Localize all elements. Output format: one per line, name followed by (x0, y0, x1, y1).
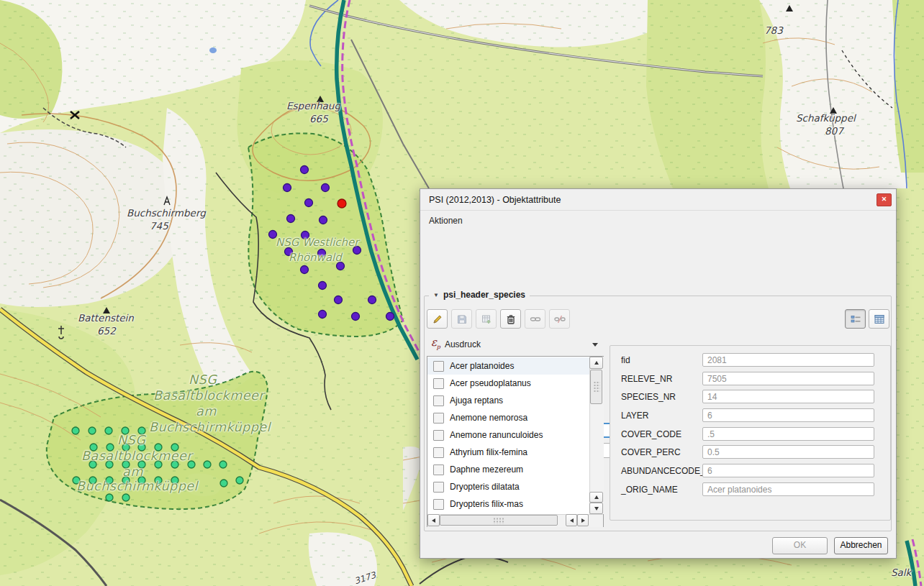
releve-nr-detail-input[interactable] (702, 372, 874, 385)
toggle-edit-button[interactable] (427, 309, 448, 329)
species-checkbox[interactable] (433, 482, 444, 493)
survey-point-purple[interactable] (284, 184, 291, 192)
unlink-feature-button[interactable] (549, 309, 570, 329)
species-nr-input[interactable] (702, 390, 874, 403)
survey-point-purple[interactable] (269, 231, 277, 239)
survey-point-green[interactable] (220, 480, 227, 487)
survey-point-green[interactable] (138, 444, 145, 451)
survey-point-purple[interactable] (322, 184, 330, 192)
abundancecode-input[interactable] (702, 464, 874, 477)
survey-point-green[interactable] (122, 494, 130, 501)
survey-point-purple[interactable] (285, 248, 293, 256)
species-row[interactable]: Acer platanoides (427, 357, 589, 375)
species-checkbox[interactable] (433, 361, 444, 372)
survey-point-green[interactable] (89, 461, 96, 468)
expression-dropdown-icon[interactable] (592, 343, 598, 347)
relation-header[interactable]: ▼ psi_header_species (429, 290, 530, 300)
survey-point-green[interactable] (171, 444, 178, 451)
survey-point-green[interactable] (138, 461, 145, 468)
survey-point-green[interactable] (122, 427, 129, 434)
species-checkbox[interactable] (433, 447, 444, 458)
save-edits-button[interactable] (451, 309, 472, 329)
link-feature-button[interactable] (525, 309, 545, 329)
survey-point-purple[interactable] (301, 166, 309, 174)
survey-point-green[interactable] (155, 444, 162, 451)
scroll-up-button[interactable] (589, 357, 603, 369)
survey-point-green[interactable] (155, 477, 162, 484)
species-checkbox[interactable] (433, 499, 444, 510)
scroll-up-button-2[interactable] (589, 492, 603, 503)
scroll-right-button[interactable] (577, 514, 589, 526)
species-checkbox[interactable] (433, 413, 444, 424)
scroll-left-button-2[interactable] (566, 514, 577, 526)
survey-point-purple[interactable] (318, 249, 326, 257)
survey-point-green[interactable] (89, 477, 96, 484)
survey-point-purple[interactable] (301, 266, 309, 274)
h-scrollbar-thumb[interactable] (440, 515, 558, 526)
fid-input[interactable] (702, 353, 874, 367)
survey-point-green[interactable] (107, 444, 114, 451)
survey-point-green[interactable] (138, 427, 145, 434)
survey-point-green[interactable] (122, 444, 130, 451)
survey-point-green[interactable] (90, 444, 97, 451)
survey-point-green[interactable] (72, 427, 79, 434)
ok-button[interactable]: OK (772, 537, 828, 554)
survey-point-green[interactable] (204, 461, 211, 468)
survey-point-green[interactable] (219, 461, 227, 468)
species-row[interactable]: Ajuga reptans (427, 392, 589, 409)
form-view-button[interactable] (845, 309, 866, 329)
survey-point-green[interactable] (171, 461, 178, 468)
scroll-left-button[interactable] (427, 514, 440, 526)
survey-point-green[interactable] (73, 477, 80, 484)
survey-point-purple[interactable] (319, 282, 327, 290)
collapse-arrow-icon[interactable]: ▼ (433, 292, 439, 298)
survey-point-green[interactable] (155, 461, 162, 468)
delete-feature-button[interactable] (500, 309, 521, 329)
species-row[interactable]: Dryopteris dilatata (427, 478, 589, 495)
survey-point-purple[interactable] (386, 313, 394, 321)
survey-point-green[interactable] (138, 477, 145, 484)
survey-point-green[interactable] (106, 477, 113, 484)
survey-point-green[interactable] (236, 477, 243, 484)
survey-point-purple[interactable] (287, 215, 295, 223)
survey-point-green[interactable] (89, 427, 96, 434)
survey-point-green[interactable] (106, 494, 113, 501)
dialog-titlebar[interactable]: PSI (2012,2013) - Objektattribute ✕ (420, 189, 896, 211)
species-checkbox[interactable] (433, 464, 444, 475)
species-checkbox[interactable] (433, 378, 444, 389)
table-view-button[interactable] (869, 309, 889, 329)
species-row[interactable]: Daphne mezereum (427, 461, 589, 478)
layer-input[interactable] (702, 408, 874, 422)
survey-point-purple[interactable] (337, 262, 345, 270)
species-checkbox[interactable] (433, 430, 444, 441)
survey-point-green[interactable] (122, 461, 130, 468)
survey-point-purple[interactable] (320, 216, 327, 224)
survey-point-purple[interactable] (319, 311, 327, 319)
scroll-down-button[interactable] (589, 503, 603, 514)
cover-code-input[interactable] (702, 427, 874, 441)
survey-point-purple[interactable] (305, 199, 313, 207)
species-row[interactable]: Anemone ranunculoides (427, 426, 589, 444)
survey-point-green[interactable] (122, 477, 130, 484)
v-scrollbar-thumb[interactable] (590, 370, 602, 404)
species-row[interactable]: Athyrium filix-femina (427, 444, 589, 461)
survey-point-green[interactable] (188, 461, 195, 468)
species-row[interactable]: Anemone nemorosa (427, 409, 589, 426)
close-button[interactable]: ✕ (877, 193, 892, 206)
survey-point-purple[interactable] (353, 247, 361, 255)
survey-point-purple[interactable] (302, 232, 309, 239)
species-checkbox[interactable] (433, 395, 444, 406)
orig-name-input[interactable] (702, 482, 874, 496)
survey-point-purple[interactable] (368, 296, 376, 304)
cover-perc-input[interactable] (702, 445, 874, 459)
add-feature-button[interactable] (476, 309, 497, 329)
cancel-button[interactable]: Abbrechen (834, 537, 888, 554)
species-row[interactable]: Acer pseudoplatanus (427, 375, 589, 392)
survey-point-selected[interactable] (338, 199, 346, 208)
survey-point-purple[interactable] (352, 313, 360, 321)
survey-point-green[interactable] (171, 477, 178, 484)
survey-point-green[interactable] (106, 461, 113, 468)
survey-point-purple[interactable] (335, 296, 343, 304)
survey-point-green[interactable] (105, 427, 112, 434)
species-row[interactable]: Dryopteris filix-mas (427, 495, 589, 513)
